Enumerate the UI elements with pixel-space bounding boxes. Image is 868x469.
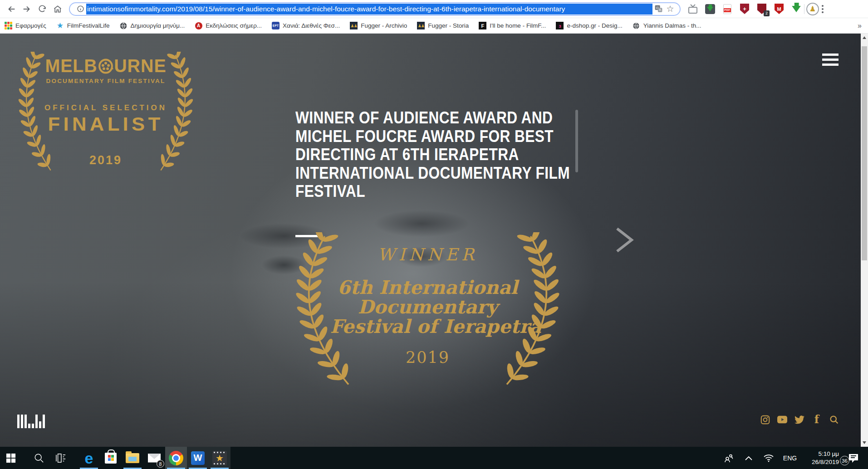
task-view-icon (55, 453, 66, 463)
melbourne-title: MELB URNE (40, 55, 171, 77)
site-menu-icon[interactable] (822, 54, 839, 66)
translate-icon[interactable]: GA (652, 3, 664, 15)
bookmark-chania-ert[interactable]: ΕΡΤ Χανιά: Διεθνές Φεσ... (272, 22, 340, 29)
finalist-label: FINALIST (35, 113, 177, 135)
windows-logo-icon (6, 453, 16, 463)
download-helper-extension-icon[interactable] (704, 3, 716, 15)
bookmark-star-icon[interactable]: ☆ (664, 3, 676, 15)
windows-taskbar: e 8 W ★ ENG 5:10 μμ (0, 447, 868, 469)
ublock-badge: 2 (764, 10, 770, 16)
red-a-favicon-icon: A (195, 22, 202, 29)
award-year: 2019 (330, 348, 525, 366)
facebook-icon[interactable]: f (812, 415, 822, 425)
tv-extension-icon[interactable] (687, 3, 699, 15)
award-festival-line2: Documentary (330, 298, 525, 317)
melbourne-laurel-badge: MELB URNE DOCUMENTARY FILM FESTIVAL OFFI… (17, 47, 195, 176)
bookmark-edshop[interactable]: з e-dshop.gr - Desig... (556, 22, 622, 29)
webpage-viewport: MELB URNE DOCUMENTARY FILM FESTIVAL OFFI… (0, 34, 861, 447)
people-icon[interactable] (721, 447, 736, 469)
scroll-down-icon[interactable] (863, 441, 866, 444)
action-center-icon[interactable]: 36 (843, 447, 863, 469)
bookmark-yiannis-dalmas[interactable]: Yiannis Dalmas - th... (633, 22, 701, 29)
forward-icon (22, 4, 32, 14)
back-button[interactable] (4, 1, 19, 17)
home-icon (53, 5, 62, 14)
hero-heading: WINNER OF AUDIENCE AWARD AND MICHEL FOUC… (295, 109, 551, 201)
fugger-favicon-icon: ♟♟ (350, 22, 358, 29)
taskbar-movies-icon[interactable]: ★ (209, 447, 230, 469)
scrollbar-thumb[interactable] (862, 46, 867, 260)
taskbar-edge-icon[interactable]: e (78, 447, 100, 469)
ublock-extension-icon[interactable]: 2 (756, 3, 768, 15)
svg-text:A: A (659, 8, 661, 12)
globe-icon (633, 22, 640, 29)
award-festival-line1: 6th International (330, 278, 525, 298)
youtube-icon[interactable] (777, 415, 787, 425)
browser-scrollbar[interactable] (861, 34, 868, 447)
carousel-scrollbar[interactable] (575, 110, 578, 172)
home-button[interactable] (50, 1, 65, 17)
taskbar-search-button[interactable] (28, 447, 50, 469)
mcafee-extension-icon[interactable]: M (773, 3, 785, 15)
search-icon (34, 453, 44, 463)
social-links: f (760, 415, 839, 425)
bookmarks-bar: Εφαρμογές ★ FilmFestivalLife Δημιουργία … (0, 18, 868, 34)
fugger-favicon-icon: ♟♟ (417, 22, 425, 29)
address-bar[interactable]: intimationsofimmortality.com/2019/08/15/… (69, 2, 681, 16)
site-logo[interactable] (17, 413, 45, 428)
mail-badge: 8 (157, 460, 164, 468)
award-festival-line3: Festival of Ierapetra (330, 317, 525, 337)
instagram-icon[interactable] (760, 415, 770, 425)
language-indicator[interactable]: ENG (781, 454, 799, 462)
refresh-button[interactable] (34, 1, 50, 17)
forward-button[interactable] (19, 1, 34, 17)
globe-icon (120, 22, 128, 29)
clock-date: 26/8/2019 (804, 458, 839, 466)
browser-menu-icon[interactable] (822, 5, 824, 13)
melbourne-year: 2019 (38, 153, 174, 167)
pdf-extension-icon[interactable]: PDF (721, 3, 733, 15)
toolbar-separator (804, 4, 804, 14)
bookmark-message[interactable]: Δημιουργία μηνύμ... (120, 22, 185, 29)
star-favicon-icon: ★ (56, 22, 64, 29)
hidden-icons-chevron[interactable] (741, 447, 756, 469)
start-button[interactable] (0, 447, 22, 469)
back-icon (6, 4, 16, 14)
site-search-icon[interactable] (829, 415, 839, 425)
edshop-favicon-icon: з (556, 22, 564, 29)
task-view-button[interactable] (50, 447, 72, 469)
clock[interactable]: 5:10 μμ 26/8/2019 (804, 450, 839, 466)
extensions-row: PDF + 2 M (687, 3, 802, 15)
twitter-icon[interactable] (794, 415, 804, 425)
bookmarks-overflow-chevron[interactable]: » (858, 22, 862, 30)
taskbar-mail-icon[interactable]: 8 (143, 447, 165, 469)
download-arrow-extension-icon[interactable] (790, 3, 802, 15)
scroll-up-icon[interactable] (863, 36, 866, 39)
taskbar-word-icon[interactable]: W (187, 447, 209, 469)
bookmark-apps[interactable]: Εφαρμογές (5, 22, 46, 29)
bookmark-filmfestivallife[interactable]: ★ FilmFestivalLife (56, 22, 110, 29)
ert-favicon-icon: ΕΡΤ (272, 22, 280, 29)
official-selection-label: OFFICIAL SELECTION (38, 103, 174, 112)
url-text-selected[interactable]: intimationsofimmortality.com/2019/08/15/… (86, 4, 652, 15)
taskbar-file-explorer-icon[interactable] (122, 447, 143, 469)
page-info-icon[interactable] (74, 3, 86, 15)
adblock-shield-extension-icon[interactable]: + (739, 3, 750, 15)
profile-avatar[interactable]: ♟ (806, 3, 819, 15)
melbourne-subtitle: DOCUMENTARY FILM FESTIVAL (38, 78, 174, 84)
bookmark-fugger-archivio[interactable]: ♟♟ Fugger - Archivio (350, 22, 407, 29)
clock-time: 5:10 μμ (804, 450, 839, 458)
desktop-screen: intimationsofimmortality.com/2019/08/15/… (0, 0, 868, 469)
taskbar-chrome-icon[interactable] (165, 447, 187, 469)
refresh-icon (38, 5, 47, 14)
bookmark-events[interactable]: A Εκδηλώσεις σήμερ... (195, 22, 262, 29)
film-reel-icon (98, 59, 113, 74)
taskbar-store-icon[interactable] (100, 447, 122, 469)
bookmark-ill-be-home[interactable]: F I'll be home - FilmF... (479, 22, 546, 29)
carousel-next-arrow[interactable] (613, 226, 635, 254)
bookmark-fugger-storia[interactable]: ♟♟ Fugger - Storia (417, 22, 469, 29)
browser-toolbar: intimationsofimmortality.com/2019/08/15/… (0, 0, 868, 18)
wifi-icon[interactable] (761, 447, 776, 469)
winner-label: WINNER (330, 245, 525, 264)
ierapetra-award-laurel: WINNER 6th International Documentary Fes… (297, 232, 558, 389)
